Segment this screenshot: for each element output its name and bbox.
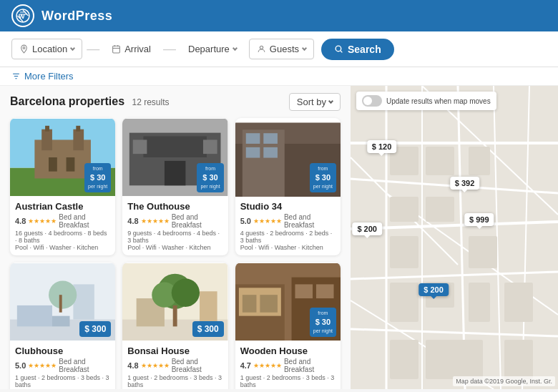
pin-arrow [431,296,436,299]
map-pin[interactable]: $ 200 [352,222,382,235]
calendar-icon [112,44,121,54]
card-details: 4 guests · 2 bedrooms · 2 beds · 3 baths [240,230,336,244]
rating-number: 4.8 [127,217,138,225]
card-amenities: Pool · Wifi · Washer · Kitchen [240,388,336,389]
card-rating: 5.0 ★★★★★ Bed and Breakfast [15,358,110,373]
card-image: from $ 30 per night [235,263,341,341]
map-pin[interactable]: $ 392 [450,177,480,190]
price-value: $ 30 [88,172,107,183]
listings-title: Barcelona properties [10,95,124,107]
departure-chevron [232,46,238,51]
per-night-label: per night [313,328,333,335]
card-image: from $ 30 per night [122,118,227,197]
location-chevron [70,46,75,51]
listings-count: 12 results [132,97,170,107]
pin-arrow [364,235,370,238]
toggle-knob [363,97,372,105]
star-icons: ★★★★★ [141,362,170,369]
card-rating: 5.0 ★★★★★ Bed and Breakfast [240,213,336,229]
property-card[interactable]: $ 300 Bonsai House 4.8 ★★★★★ Bed and Bre… [122,263,227,389]
svg-rect-16 [41,129,52,150]
svg-rect-33 [245,147,260,158]
card-rating: 4.8 ★★★★★ Bed and Breakfast [127,213,222,229]
star-icons: ★★★★★ [253,217,282,225]
arrival-filter[interactable]: Arrival [104,39,159,59]
svg-point-8 [336,46,341,52]
pin-arrow [379,153,385,156]
map-pin[interactable]: $ 120 [367,140,397,153]
departure-filter[interactable]: Departure [180,39,245,59]
map-pin[interactable]: $ 999 [464,213,494,226]
svg-point-2 [23,47,25,49]
price-from-label: from [313,310,333,317]
price-from-label: from [88,165,107,172]
svg-rect-21 [67,157,75,172]
guests-label: Guests [270,44,299,54]
svg-rect-17 [73,129,84,150]
per-night-label: per night [313,183,333,190]
price-badge: from $ 30 per night [84,163,111,192]
price-from-label: from [313,165,333,172]
property-card[interactable]: from $ 30 per night Studio 34 5.0 ★★★★★ … [235,118,341,255]
guests-filter[interactable]: Guests [249,39,314,59]
svg-rect-24 [144,137,207,157]
map-pins-container: $ 120$ 392$ 200$ 999$ 200 [351,86,558,389]
pin-arrow [476,226,482,229]
svg-rect-31 [245,133,260,144]
price-badge: from $ 30 per night [310,308,336,337]
svg-rect-27 [203,139,217,154]
svg-rect-39 [52,316,70,327]
card-info: The Outhouse 4.8 ★★★★★ Bed and Breakfast… [122,197,227,255]
svg-rect-57 [316,284,334,298]
listings-panel: Barcelona properties 12 results Sort by … [0,86,351,389]
location-icon [19,44,29,54]
card-name: Bonsai House [127,346,222,356]
property-card[interactable]: from $ 30 per night The Outhouse 4.8 ★★★… [122,118,227,255]
svg-rect-26 [133,139,147,154]
search-button[interactable]: Search [321,39,394,60]
star-icons: ★★★★★ [28,217,57,225]
svg-rect-25 [165,161,185,185]
toggle-switch[interactable] [362,95,382,107]
search-label: Search [348,44,381,55]
card-name: Wooden House [240,346,336,356]
pin-arrow [462,190,468,192]
property-card[interactable]: from $ 30 per night Austrian Castle 4.8 … [10,118,115,255]
card-rating: 4.8 ★★★★★ Bed and Breakfast [15,213,110,229]
card-info: Wooden House 4.7 ★★★★★ Bed and Breakfast… [235,341,341,389]
card-amenities: Pool · Wifi · Washer · Kitchen [15,388,110,389]
more-filters-label: More Filters [24,71,74,82]
price-badge: from $ 30 per night [310,163,336,192]
property-card[interactable]: $ 300 Clubhouse 5.0 ★★★★★ Bed and Breakf… [10,263,115,389]
card-name: Clubhouse [15,346,110,356]
svg-rect-53 [242,295,256,313]
more-filters-button[interactable]: More Filters [11,71,74,82]
svg-rect-34 [263,147,278,158]
map-pin[interactable]: $ 200 [418,283,449,296]
rating-number: 5.0 [15,361,26,370]
location-filter[interactable]: Location [11,39,82,59]
svg-rect-56 [295,284,313,298]
rating-number: 4.8 [127,361,138,370]
card-rating: 4.7 ★★★★★ Bed and Breakfast [240,358,336,373]
svg-rect-3 [113,46,120,53]
svg-rect-54 [260,295,278,313]
search-bar: Location — Arrival — Departure Guests Se… [0,31,558,67]
map-panel[interactable]: Update results when map moves $ 120$ 392… [351,86,558,389]
card-info: Austrian Castle 4.8 ★★★★★ Bed and Breakf… [10,197,115,255]
card-details: 16 guests · 4 bedrooms · 8 beds · 8 bath… [15,230,110,244]
rating-number: 4.7 [240,361,251,370]
app-header: W WordPress [0,0,558,31]
departure-label: Departure [188,44,230,54]
svg-rect-18 [45,126,49,132]
card-type: Bed and Breakfast [172,213,223,229]
sort-button[interactable]: Sort by [289,93,341,111]
property-card[interactable]: from $ 30 per night Wooden House 4.7 ★★★… [235,263,341,389]
star-icons: ★★★★★ [28,362,57,369]
app-title: WordPress [41,9,112,24]
per-night-label: per night [88,183,107,190]
star-icons: ★★★★★ [141,217,170,225]
rating-number: 5.0 [240,217,251,225]
sort-label: Sort by [297,97,326,107]
svg-point-40 [49,281,77,309]
